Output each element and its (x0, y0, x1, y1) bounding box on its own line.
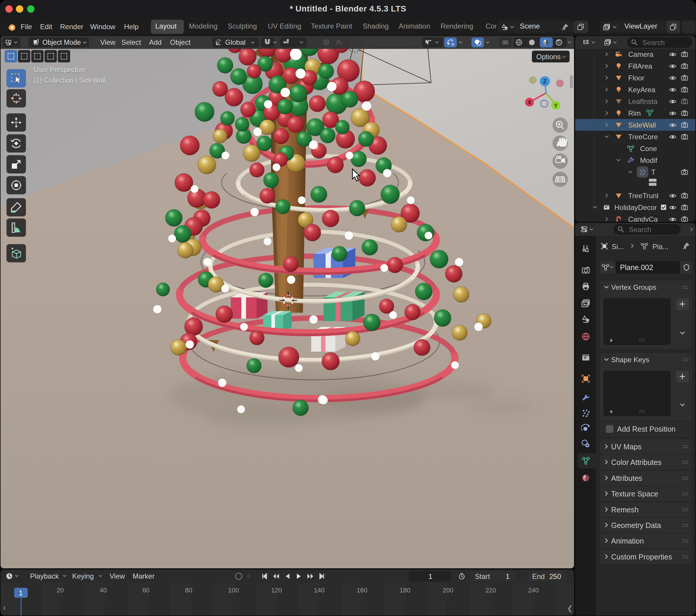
svg-text:Z: Z (543, 78, 547, 84)
svg-text:Y: Y (554, 102, 558, 109)
svg-text:X: X (528, 99, 532, 106)
